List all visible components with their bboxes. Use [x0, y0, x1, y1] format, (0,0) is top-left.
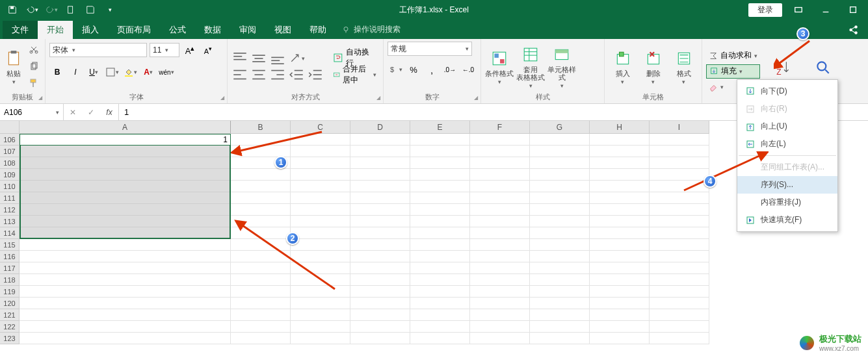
cell[interactable] — [650, 274, 709, 286]
cell[interactable] — [291, 286, 350, 298]
tab-pagelayout[interactable]: 页面布局 — [108, 21, 160, 39]
cell[interactable] — [470, 321, 530, 333]
row-header[interactable]: 121 — [0, 309, 20, 321]
cell[interactable] — [590, 286, 650, 298]
accounting-icon[interactable]: $▾ — [388, 62, 403, 77]
cell[interactable] — [410, 216, 470, 227]
cell[interactable] — [590, 157, 650, 169]
cell[interactable] — [350, 286, 410, 298]
cell[interactable] — [350, 181, 410, 192]
cell[interactable] — [291, 251, 350, 262]
cell[interactable] — [350, 169, 410, 181]
new-icon[interactable] — [62, 2, 79, 18]
cell[interactable] — [470, 146, 530, 157]
cell[interactable] — [231, 239, 291, 251]
cell[interactable] — [20, 204, 231, 216]
row-header[interactable]: 114 — [0, 227, 20, 239]
cell[interactable] — [470, 309, 530, 321]
tab-file[interactable]: 文件 — [3, 21, 38, 39]
cell[interactable] — [20, 192, 231, 204]
cell[interactable] — [20, 227, 231, 239]
format-painter-icon[interactable] — [26, 76, 42, 90]
cell[interactable] — [291, 298, 350, 309]
cell[interactable] — [530, 134, 590, 146]
cell[interactable] — [20, 251, 231, 262]
cell[interactable] — [231, 192, 291, 204]
paste-button[interactable]: 粘贴 ▾ — [4, 47, 23, 85]
cell[interactable] — [350, 157, 410, 169]
row-header[interactable]: 109 — [0, 169, 20, 181]
cell[interactable] — [410, 321, 470, 333]
cell-styles-button[interactable]: 单元格样式▾ — [547, 44, 576, 89]
number-format-select[interactable]: 常规▾ — [388, 42, 472, 56]
cell[interactable] — [20, 274, 231, 286]
maximize-icon[interactable] — [842, 2, 864, 18]
cell[interactable] — [291, 169, 350, 181]
cell[interactable] — [650, 251, 709, 262]
fill-flash-item[interactable]: 快速填充(F) — [737, 211, 837, 229]
cell[interactable] — [410, 146, 470, 157]
percent-icon[interactable]: % — [406, 62, 421, 77]
cell[interactable] — [20, 309, 231, 321]
cell[interactable] — [470, 286, 530, 298]
login-button[interactable]: 登录 — [748, 3, 782, 17]
increase-font-icon[interactable]: A▴ — [182, 43, 198, 57]
cell[interactable] — [350, 216, 410, 227]
cell[interactable] — [650, 134, 709, 146]
cell[interactable] — [470, 262, 530, 274]
cell[interactable] — [410, 251, 470, 262]
decrease-decimal-icon[interactable]: ←.0 — [460, 62, 476, 77]
cell[interactable] — [291, 274, 350, 286]
increase-indent-icon[interactable] — [307, 68, 324, 82]
confirm-edit-icon[interactable]: ✓ — [82, 108, 100, 117]
cell[interactable] — [590, 227, 650, 239]
cell[interactable] — [650, 192, 709, 204]
fill-series-item[interactable]: 序列(S)... — [737, 176, 837, 194]
align-right-icon[interactable] — [269, 68, 286, 82]
cell[interactable] — [530, 321, 590, 333]
cell[interactable] — [350, 239, 410, 251]
row-header[interactable]: 111 — [0, 192, 20, 204]
decrease-indent-icon[interactable] — [288, 68, 305, 82]
cell[interactable] — [650, 262, 709, 274]
cell[interactable] — [291, 134, 350, 146]
cell[interactable] — [291, 181, 350, 192]
cell[interactable] — [410, 333, 470, 344]
merge-center-button[interactable]: 合并后居中▾ — [330, 68, 379, 82]
cell[interactable] — [231, 274, 291, 286]
cell[interactable] — [650, 321, 709, 333]
tab-review[interactable]: 审阅 — [230, 21, 265, 39]
cell[interactable] — [410, 227, 470, 239]
redo-icon[interactable]: ▾ — [43, 2, 60, 18]
minimize-icon[interactable] — [815, 2, 837, 18]
column-header[interactable]: E — [410, 121, 470, 133]
cell[interactable] — [20, 216, 231, 227]
cell[interactable] — [530, 333, 590, 344]
cell[interactable] — [231, 321, 291, 333]
cell[interactable] — [590, 333, 650, 344]
cell[interactable] — [530, 216, 590, 227]
copy-icon[interactable] — [26, 59, 42, 73]
row-header[interactable]: 116 — [0, 251, 20, 262]
cell[interactable] — [590, 262, 650, 274]
cell[interactable] — [530, 286, 590, 298]
cell[interactable] — [20, 239, 231, 251]
row-header[interactable]: 108 — [0, 157, 20, 169]
phonetic-icon[interactable]: wén▾ — [159, 65, 174, 79]
cell[interactable] — [470, 192, 530, 204]
cell[interactable] — [231, 298, 291, 309]
cell[interactable] — [590, 192, 650, 204]
column-header[interactable]: A — [20, 121, 231, 133]
column-header[interactable]: F — [470, 121, 530, 133]
cell[interactable] — [590, 321, 650, 333]
cell[interactable] — [410, 192, 470, 204]
cell[interactable] — [590, 239, 650, 251]
cell[interactable] — [530, 146, 590, 157]
align-bottom-icon[interactable] — [269, 51, 286, 66]
cell[interactable] — [350, 274, 410, 286]
cell[interactable] — [650, 146, 709, 157]
cell[interactable] — [590, 134, 650, 146]
cell[interactable] — [350, 262, 410, 274]
column-header[interactable]: D — [350, 121, 410, 133]
cell[interactable] — [470, 298, 530, 309]
